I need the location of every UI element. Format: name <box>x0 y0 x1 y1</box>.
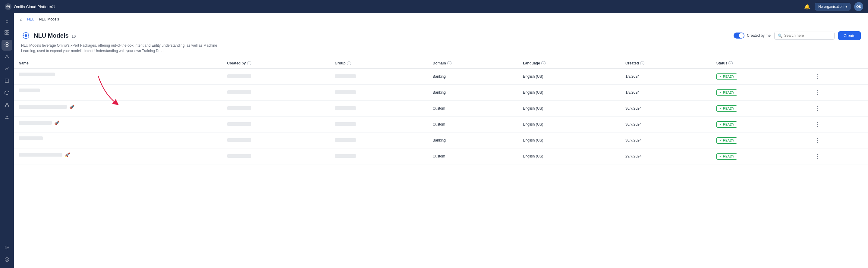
svg-rect-4 <box>7 33 9 35</box>
language-info-icon[interactable]: i <box>541 61 546 65</box>
toggle-group: Created by me <box>734 33 771 38</box>
status-badge: ✓ READY <box>716 90 737 96</box>
svg-point-18 <box>5 258 9 262</box>
domain-cell: Banking <box>428 69 518 85</box>
name-cell: 🚀 <box>14 101 222 113</box>
sidebar-item-analytics[interactable] <box>1 64 12 75</box>
created-by-cell <box>222 101 330 116</box>
breadcrumb: ⌂ › NLU › NLU Models <box>14 13 868 25</box>
col-name: Name <box>14 58 222 69</box>
breadcrumb-home-icon[interactable]: ⌂ <box>20 17 22 22</box>
row-more-button[interactable]: ⋮ <box>813 136 822 144</box>
actions-cell: ⋮ <box>808 69 868 85</box>
bell-icon: 🔔 <box>804 4 810 9</box>
name-cell <box>14 69 222 80</box>
actions-cell: ⋮ <box>808 116 868 133</box>
sidebar-item-modules[interactable] <box>1 28 12 38</box>
sidebar-item-nlu[interactable] <box>1 40 12 51</box>
table-row: 🚀CustomEnglish (US)30/7/2024✓ READY⋮ <box>14 101 868 116</box>
row-more-button[interactable]: ⋮ <box>813 89 822 96</box>
search-box[interactable]: 🔍 <box>774 32 835 40</box>
create-button[interactable]: Create <box>838 31 861 40</box>
row-more-button[interactable]: ⋮ <box>813 121 822 128</box>
status-cell: ✓ READY <box>712 85 809 101</box>
page-title: NLU Models 16 <box>34 32 76 39</box>
col-group: Group i <box>330 58 428 69</box>
group-cell <box>330 85 428 101</box>
status-cell: ✓ READY <box>712 116 809 133</box>
col-status: Status i <box>712 58 809 69</box>
table-row: 🚀CustomEnglish (US)30/7/2024✓ READY⋮ <box>14 116 868 133</box>
sidebar-item-flows[interactable] <box>1 52 12 63</box>
table-header-row: Name Created by i <box>14 58 868 69</box>
org-label: No organisation <box>818 4 844 9</box>
integrations-icon <box>4 90 10 97</box>
group-cell <box>330 133 428 148</box>
nlu-models-page-icon <box>21 31 31 40</box>
status-info-icon[interactable]: i <box>728 61 733 65</box>
topology-icon <box>4 102 10 109</box>
notifications-button[interactable]: 🔔 <box>803 3 811 11</box>
row-more-button[interactable]: ⋮ <box>813 104 822 112</box>
user-avatar-button[interactable]: OS <box>854 2 863 11</box>
language-cell: English (US) <box>518 116 621 133</box>
breadcrumb-nlu-link[interactable]: NLU <box>27 17 34 22</box>
created-date-cell: 30/7/2024 <box>621 116 712 133</box>
created-date-cell: 30/7/2024 <box>621 133 712 148</box>
row-more-button[interactable]: ⋮ <box>813 153 822 160</box>
name-cell: 🚀 <box>14 148 222 161</box>
table-row: BankingEnglish (US)30/7/2024✓ READY⋮ <box>14 133 868 148</box>
navbar-right: 🔔 No organisation ▾ OS <box>803 2 863 11</box>
created-by-info-icon[interactable]: i <box>247 61 251 65</box>
domain-info-icon[interactable]: i <box>447 61 452 65</box>
domain-cell: Banking <box>428 133 518 148</box>
svg-rect-1 <box>5 30 7 32</box>
org-selector-button[interactable]: No organisation ▾ <box>815 3 850 10</box>
col-created: Created i <box>621 58 712 69</box>
content-area: Name Created by i <box>14 58 868 268</box>
search-input[interactable] <box>784 33 831 38</box>
created-by-cell <box>222 116 330 133</box>
col-created-by: Created by i <box>222 58 330 69</box>
sidebar-item-deploy[interactable] <box>1 112 12 123</box>
sidebar-item-admin-settings[interactable] <box>1 255 12 266</box>
created-by-cell <box>222 69 330 85</box>
created-by-cell <box>222 148 330 164</box>
sidebar-item-settings[interactable] <box>1 243 12 254</box>
domain-cell: Banking <box>428 85 518 101</box>
table-wrap: Name Created by i <box>14 58 868 164</box>
sidebar-item-home[interactable]: ⌂ <box>1 16 12 27</box>
svg-rect-7 <box>5 79 9 82</box>
created-info-icon[interactable]: i <box>640 61 644 65</box>
rocket-icon: 🚀 <box>65 153 70 157</box>
group-cell <box>330 116 428 133</box>
nlu-icon <box>4 42 10 48</box>
svg-point-17 <box>6 259 8 261</box>
main-content: ⌂ › NLU › NLU Models <box>14 13 868 268</box>
status-badge: ✓ READY <box>716 73 737 80</box>
svg-point-16 <box>6 247 8 248</box>
created-date-cell: 1/8/2024 <box>621 69 712 85</box>
table-row: BankingEnglish (US)1/8/2024✓ READY⋮ <box>14 85 868 101</box>
status-cell: ✓ READY <box>712 101 809 116</box>
breadcrumb-current: NLU Models <box>39 17 59 22</box>
sidebar-item-topology[interactable] <box>1 100 12 111</box>
name-cell <box>14 85 222 96</box>
search-icon: 🔍 <box>778 33 782 38</box>
language-cell: English (US) <box>518 69 621 85</box>
created-by-me-toggle[interactable] <box>734 33 744 38</box>
status-badge: ✓ READY <box>716 121 737 128</box>
admin-settings-icon <box>4 257 10 264</box>
app-layout: ⌂ <box>0 13 868 268</box>
sidebar-item-integrations[interactable] <box>1 88 12 99</box>
created-date-cell: 1/8/2024 <box>621 85 712 101</box>
svg-line-15 <box>7 104 8 105</box>
row-more-button[interactable]: ⋮ <box>813 73 822 80</box>
group-info-icon[interactable]: i <box>347 61 351 65</box>
sidebar-item-logs[interactable] <box>1 76 12 87</box>
group-cell <box>330 101 428 116</box>
status-badge: ✓ READY <box>716 137 737 144</box>
navbar: Omilia Cloud Platform® 🔔 No organisation… <box>0 0 868 13</box>
svg-marker-10 <box>5 91 9 95</box>
domain-cell: Custom <box>428 116 518 133</box>
